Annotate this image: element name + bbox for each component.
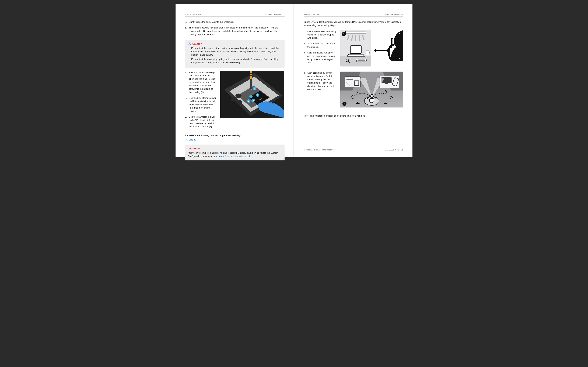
lidar-step-4: 4 Start scanning by slowly panning back … [304,71,337,91]
step-text: Lightly press the cameras into the enclo… [189,20,285,24]
step-text: Hold the camera cowling in place with yo… [189,71,216,94]
figure-badge: 1 [343,33,344,35]
page-right: iPhone 13 Pro Max Camera | Reassembly Du… [294,4,413,157]
header-section: Camera | Reassembly [265,13,285,15]
step-text: Use the black torque driver and Micro st… [189,96,216,113]
step-number: 7 [185,71,189,74]
caution-items: Ensure that the screw cutouts in the cam… [191,47,281,64]
important-callout: Important After you've completed all rem… [185,144,285,160]
svg-rect-30 [350,46,361,53]
warning-triangle-icon [188,42,191,45]
photo-marker: 2 [251,96,251,98]
step-text: The camera cowling has tabs that fit int… [189,26,285,36]
lidar-step-2: 2 Sit or stand 1 to 2 feet from the obje… [304,42,337,49]
lidar-figure-person: 3 2 [372,30,403,67]
lidar-step-3: 3 Hold the device vertically and rest yo… [304,51,337,64]
important-text-after: . [251,155,251,158]
svg-rect-14 [250,75,252,76]
important-title: Important [188,147,200,150]
step-7: 7 Hold the camera cowling in place with … [185,71,216,94]
page-left: iPhone 13 Pro Max Camera | Reassembly 5 … [175,4,294,157]
step-number: 1 [304,30,307,33]
photo-marker: 5 [254,88,255,90]
footer-doc-number: 073-00325-A [385,149,396,151]
footer-copyright: © 2022 Apple Inc. All rights reserved. [304,149,335,151]
lidar-figure-desk: 1 [340,30,371,67]
footer-page-number: 61 [401,149,403,151]
step-number: 5 [185,20,189,24]
photo-marker: 3 [253,99,254,101]
reinstall-list: Display [189,138,285,142]
step-number: 3 [304,51,307,55]
footer-separator: | [398,149,399,151]
svg-rect-22 [346,31,366,34]
step-5: 5 Lightly press the cameras into the enc… [185,20,285,24]
svg-point-10 [236,100,242,105]
svg-line-24 [352,36,352,40]
lidar-step-1: 1 Use a well-lit area containing objects… [304,30,337,40]
svg-point-1 [189,45,190,45]
step-number: 4 [304,71,307,75]
figure-badge: 2 [399,56,400,59]
header-device: iPhone 13 Pro Max [304,13,320,15]
running-header: iPhone 13 Pro Max Camera | Reassembly [185,13,285,17]
lidar-intro: During System Configuration, you will pe… [304,20,403,27]
reinstall-subhead: Reinstall the following part to complete… [185,134,285,137]
svg-rect-52 [385,83,388,84]
step-8: 8 Use the black torque driver and Micro … [185,96,216,113]
lidar-row-2: 4 Start scanning by slowly panning back … [304,71,403,108]
note-label: Note: [304,115,309,117]
running-footer: © 2022 Apple Inc. All rights reserved. 0… [304,147,403,151]
steps-with-photo: 7 Hold the camera cowling in place with … [185,71,285,131]
caution-item: Ensure that the grounding spring on the … [191,58,281,64]
svg-rect-13 [250,73,252,74]
svg-line-26 [359,36,360,40]
svg-point-8 [231,97,237,101]
important-body: After you've completed all removal and r… [188,151,281,158]
repair-photo: A15 [220,71,285,118]
lidar-steps-1-3: 1 Use a well-lit area containing objects… [304,30,337,65]
caution-title: Caution [192,42,202,45]
figure-badge: 4 [344,103,345,105]
step-text: Use a well-lit area containing objects o… [307,30,337,40]
lidar-row-1: 1 Use a well-lit area containing objects… [304,30,403,67]
step-9: 9 Use the gray torque driver and JCIS bi… [185,115,216,128]
svg-rect-31 [366,51,369,55]
list-item: Display [189,138,285,141]
display-link[interactable]: Display [189,138,196,141]
step-text: Start scanning by slowly panning back an… [307,71,337,91]
caution-item: Ensure that the screw cutouts in the cam… [191,47,281,57]
self-service-repair-link[interactable]: support.apple.com/self-service-repair [213,155,251,158]
svg-rect-38 [391,38,393,44]
header-section: Camera | Reassembly [384,13,403,15]
steps-list-7-9: 7 Hold the camera cowling in place with … [185,71,216,129]
step-text: Sit or stand 1 to 2 feet from the object… [307,42,337,49]
step-number: 6 [185,26,189,30]
svg-rect-58 [371,95,373,98]
note-line: Note: The calibration process takes appr… [304,114,403,118]
lidar-figure-scan: 4 [340,71,403,108]
figure-badge: 3 [399,33,400,35]
caution-callout: Caution Ensure that the screw cutouts in… [185,40,285,68]
header-device: iPhone 13 Pro Max [185,13,202,15]
photo-marker: 1 [257,94,258,96]
steps-list-5-6: 5 Lightly press the cameras into the enc… [185,20,285,38]
step-number: 2 [304,42,307,45]
running-header: iPhone 13 Pro Max Camera | Reassembly [304,13,403,17]
step-6: 6 The camera cowling has tabs that fit i… [185,26,285,36]
step-number: 9 [185,115,189,119]
step-text: Use the gray torque driver and JCIS bit … [189,115,216,128]
step-number: 8 [185,96,189,100]
lidar-steps-4: 4 Start scanning by slowly panning back … [304,71,337,91]
note-text: The calibration process takes approximat… [309,115,366,117]
svg-point-9 [235,93,241,98]
step-text: Hold the device vertically and rest your… [307,51,337,64]
photo-marker: 4 [248,100,249,102]
